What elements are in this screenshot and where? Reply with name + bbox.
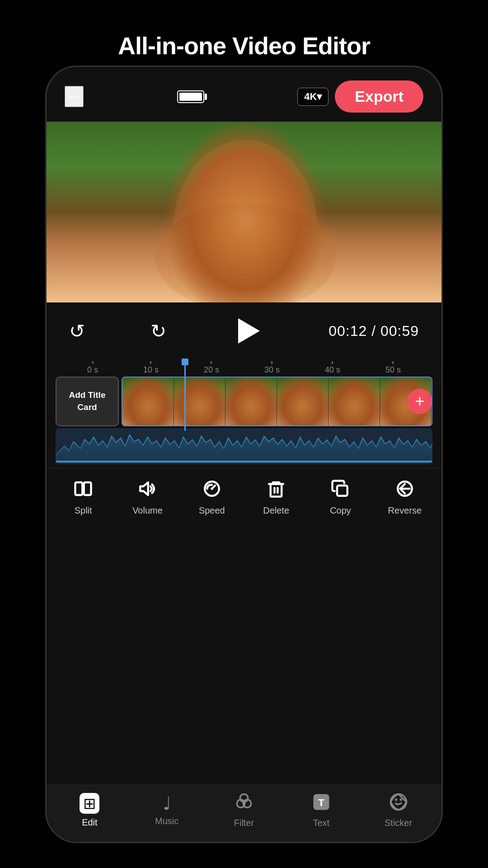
svg-text:T: T [318, 797, 324, 808]
ruler-dot [150, 361, 151, 364]
svg-rect-3 [75, 482, 83, 495]
ruler-mark-0s: 0 s [87, 361, 98, 375]
nav-item-sticker[interactable]: Sticker [360, 793, 437, 828]
toolbar-item-speed[interactable]: Speed [180, 479, 244, 516]
nav-item-music[interactable]: ♩ Music [128, 794, 206, 826]
ruler-label-20: 20 s [204, 365, 219, 375]
strip-face-1 [122, 377, 174, 425]
ruler-label-30: 30 s [264, 365, 280, 375]
volume-label: Volume [132, 505, 163, 516]
copy-label: Copy [330, 505, 351, 516]
volume-svg [138, 479, 157, 498]
split-icon [74, 479, 93, 501]
toolbar-item-split[interactable]: Split [51, 479, 115, 516]
speed-label: Speed [199, 505, 225, 516]
filter-svg [235, 793, 253, 811]
video-strip[interactable]: + [122, 377, 432, 426]
ruler-dot [211, 361, 212, 364]
bottom-nav: ⊞ Edit ♩ Music Filter [47, 785, 441, 842]
ruler-dot [271, 361, 272, 364]
svg-point-8 [211, 487, 213, 490]
strip-face-3 [225, 377, 277, 425]
timeline-ruler: 0 s 10 s 20 s 30 s 40 s [56, 359, 432, 377]
play-button[interactable] [231, 315, 263, 347]
reverse-icon [395, 479, 414, 501]
timeline-track: Add Title Card + [56, 377, 432, 426]
export-button[interactable]: Export [335, 80, 423, 113]
ruler-mark-50s: 50 s [385, 361, 401, 375]
ruler-label-50: 50 s [385, 365, 401, 375]
svg-rect-12 [337, 486, 347, 496]
speed-svg [202, 479, 221, 498]
toolbar-item-reverse[interactable]: Reverse [373, 479, 437, 516]
svg-rect-4 [84, 482, 91, 495]
time-display: 00:12 / 00:59 [328, 323, 419, 340]
toolbar-item-copy[interactable]: Copy [308, 479, 372, 516]
total-time: 00:59 [380, 323, 419, 339]
back-button[interactable]: ← [65, 86, 84, 107]
add-title-card-button[interactable]: Add Title Card [56, 377, 119, 426]
nav-item-edit[interactable]: ⊞ Edit [51, 793, 128, 828]
edit-nav-label: Edit [82, 817, 97, 828]
video-preview [47, 122, 443, 302]
audio-waveform [56, 428, 432, 464]
svg-point-21 [395, 798, 397, 801]
ruler-mark-20s: 20 s [204, 361, 219, 375]
svg-rect-9 [271, 484, 282, 497]
filter-nav-icon [235, 793, 253, 814]
nav-item-text[interactable]: T Text [282, 793, 360, 828]
edit-toolbar: Split Volume Sp [47, 468, 441, 525]
copy-svg [331, 479, 350, 498]
redo-button[interactable]: ↻ [150, 320, 166, 342]
strip-frame-3 [225, 377, 277, 425]
phone-shell: ← 4K▾ Export ↺ ↻ 00:12 / 00:59 [45, 66, 443, 843]
edit-nav-icon-box: ⊞ [80, 793, 99, 814]
music-nav-icon: ♩ [163, 794, 171, 812]
quality-badge[interactable]: 4K▾ [297, 88, 328, 106]
delete-label: Delete [263, 505, 289, 516]
current-time: 00:12 [328, 323, 367, 339]
reverse-svg [395, 479, 414, 498]
add-clip-button[interactable]: + [407, 389, 432, 414]
battery-icon [177, 90, 204, 103]
add-title-card-text: Add Title Card [69, 389, 106, 413]
music-nav-label: Music [155, 816, 178, 826]
edit-nav-icon: ⊞ [83, 796, 96, 811]
speed-icon [202, 479, 221, 501]
delete-svg [267, 479, 286, 498]
topbar-right: 4K▾ Export [297, 80, 423, 113]
ruler-dot [92, 361, 94, 364]
ruler-marks: 0 s 10 s 20 s 30 s 40 s [60, 361, 428, 375]
sticker-svg [389, 793, 408, 811]
video-overlay-svg [47, 122, 443, 302]
battery-fill [179, 93, 202, 101]
ruler-mark-40s: 40 s [325, 361, 340, 375]
add-title-card-line2: Card [77, 402, 97, 412]
strip-face-5 [328, 377, 380, 425]
volume-icon [138, 479, 157, 501]
text-svg: T [312, 793, 331, 811]
strip-frame-2 [174, 377, 225, 425]
ruler-mark-10s: 10 s [143, 361, 159, 375]
filter-nav-label: Filter [234, 818, 254, 828]
text-nav-icon: T [312, 793, 331, 814]
add-title-card-line1: Add Title [69, 390, 106, 400]
strip-frame-5 [328, 377, 380, 425]
ruler-label-40: 40 s [325, 365, 340, 375]
text-nav-label: Text [313, 818, 329, 828]
strip-face-2 [174, 377, 225, 425]
sticker-nav-icon [389, 793, 408, 814]
toolbar-item-delete[interactable]: Delete [244, 479, 308, 516]
strip-frame-4 [277, 377, 328, 425]
phone-topbar: ← 4K▾ Export [47, 67, 441, 122]
undo-button[interactable]: ↺ [69, 320, 85, 342]
playback-controls: ↺ ↻ 00:12 / 00:59 [47, 302, 441, 359]
page-title: All-in-one Video Editor [0, 0, 488, 60]
split-label: Split [75, 505, 92, 516]
toolbar-item-volume[interactable]: Volume [115, 479, 179, 516]
nav-item-filter[interactable]: Filter [206, 793, 283, 828]
timeline-area: 0 s 10 s 20 s 30 s 40 s [47, 359, 441, 464]
ruler-label-10: 10 s [143, 365, 159, 375]
ruler-dot [332, 361, 333, 364]
battery-body [177, 90, 204, 103]
